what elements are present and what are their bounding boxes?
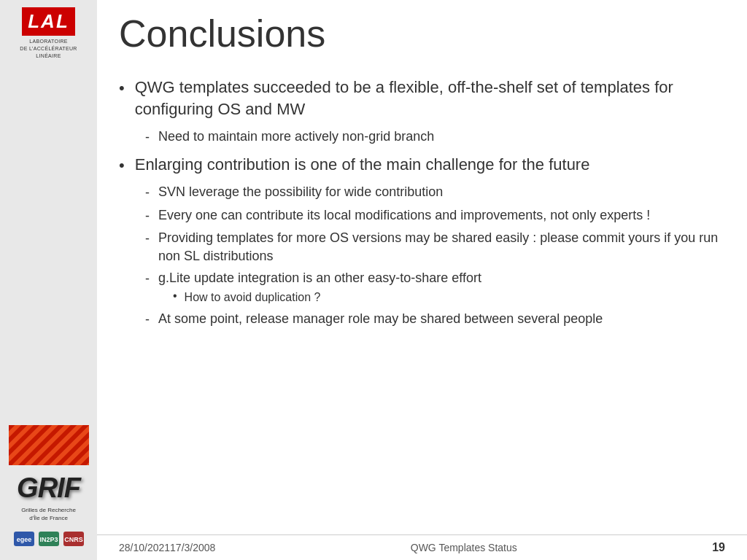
bullet-1-text: QWG templates succeeded to be a flexible… [135,77,725,120]
sub-sub-item-1: • How to avoid duplication ? [158,289,481,306]
sub-text-2-3: Providing templates for more OS versions… [158,229,725,265]
grif-branding: GRIF [17,472,80,504]
grif-pattern [9,425,89,465]
sub-dash-2-3: - [145,230,150,248]
bullet-2-sub-3: - Providing templates for more OS versio… [145,229,725,265]
svg-rect-3 [9,425,89,465]
sub-text-2-2: Every one can contribute its local modif… [158,206,650,225]
sub-text-1: Need to maintain more actively non-grid … [158,128,434,146]
bullet-2-sub-4: - g.Lite update integration is an other … [145,269,725,306]
content-area: • QWG templates succeeded to be a flexib… [97,63,747,534]
footer-page: 19 [712,541,725,554]
sub-dash-1: - [145,128,150,147]
sub-dash-2-5: - [145,311,150,329]
bullet-2-sub-2: - Every one can contribute its local mod… [145,206,725,225]
sub-dash-2-4: - [145,270,150,288]
cac-acronym: LAL [22,7,75,36]
bullet-2-sub-1: - SVN leverage the possibility for wide … [145,183,725,202]
page-title: Conclusions [119,13,725,55]
logo-area: LAL LABORATOIREDE L'ACCÉLÉRATEURLINÉAIRE [9,7,89,59]
cac-logo: LAL LABORATOIREDE L'ACCÉLÉRATEURLINÉAIRE [9,7,89,59]
sidebar: LAL LABORATOIREDE L'ACCÉLÉRATEURLINÉAIRE… [0,0,97,560]
main-content: Conclusions • QWG templates succeeded to… [97,0,747,560]
bullet-2: • Enlarging contribution is one of the m… [119,154,725,176]
sub-dash-2-1: - [145,184,150,202]
footer: 28/10/202117/3/2008 QWG Templates Status… [97,534,747,560]
header: Conclusions [97,0,747,63]
bullet-1-sub-items: - Need to maintain more actively non-gri… [119,128,725,147]
svg-text:egee: egee [16,536,31,543]
bullet-1: • QWG templates succeeded to be a flexib… [119,77,725,120]
bullet-1-sub-1: - Need to maintain more actively non-gri… [145,128,725,147]
ecg-logos: egee IN2P3 CNRS [12,528,85,553]
bullet-2-dot: • [119,155,125,176]
bullet-2-text: Enlarging contribution is one of the mai… [135,154,590,176]
bullet-2-sub-5: - At some point, release manager role ma… [145,310,725,329]
sub-dash-2-2: - [145,207,150,225]
sub-sub-dot-1: • [173,289,177,303]
sub-text-2-1: SVN leverage the possibility for wide co… [158,183,443,201]
footer-center: QWG Templates Status [411,542,517,553]
sub-text-2-5: At some point, release manager role may … [158,310,603,328]
grif-subtitle: Grilles de Recherche d'Île de France [21,507,76,522]
grif-text: GRIF [17,472,80,504]
bullet-1-dot: • [119,78,125,99]
bullet-2-sub-items: - SVN leverage the possibility for wide … [119,183,725,329]
svg-text:IN2P3: IN2P3 [39,536,58,543]
sub-sub-text-1: How to avoid duplication ? [185,289,321,306]
cac-subtitle: LABORATOIREDE L'ACCÉLÉRATEURLINÉAIRE [9,38,89,59]
sub-text-2-4: g.Lite update integration is an other ea… [158,269,481,287]
svg-text:CNRS: CNRS [64,536,83,543]
grif-logo-area: GRIF Grilles de Recherche d'Île de Franc… [9,425,89,553]
footer-date: 28/10/202117/3/2008 [119,542,215,553]
